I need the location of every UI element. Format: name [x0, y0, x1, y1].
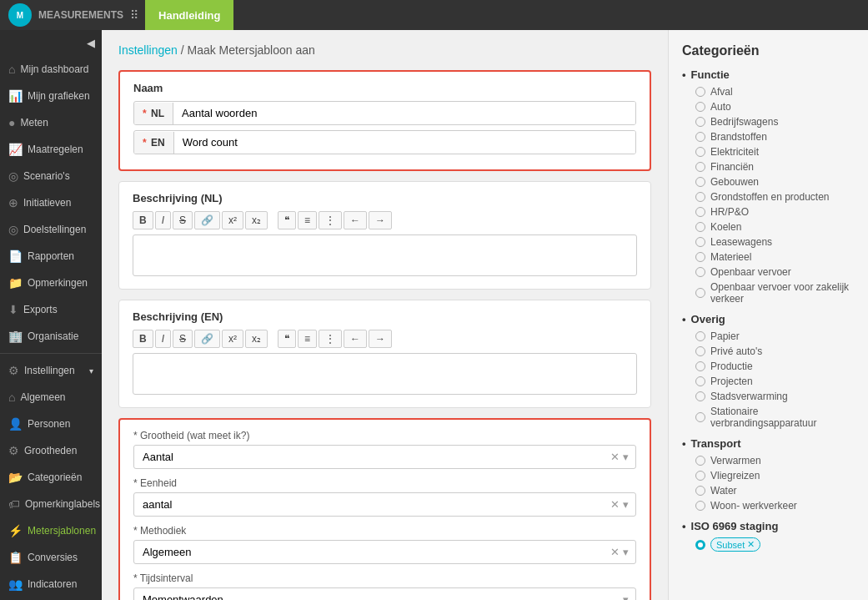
cat-item-productie[interactable]: Productie	[682, 359, 855, 374]
sidebar-item-exports[interactable]: ⬇ Exports	[0, 296, 102, 323]
radio-grondstoffen	[695, 192, 705, 202]
sidebar-item-meten[interactable]: ● Meten	[0, 109, 102, 136]
sidebar-item-label: Rapporten	[28, 250, 74, 262]
cat-item-koelen[interactable]: Koelen	[682, 219, 855, 234]
ordered-list-en-button[interactable]: ≡	[298, 330, 317, 348]
sidebar-item-categorieen[interactable]: 📂 Categorieën	[0, 464, 102, 491]
desc-en-textarea[interactable]	[133, 353, 637, 395]
cat-item-projecten[interactable]: Projecten	[682, 374, 855, 389]
sidebar-item-metersjablonen[interactable]: ⚡ Metersjablonen	[0, 517, 102, 544]
cat-item-leasewagens[interactable]: Leasewagens	[682, 234, 855, 250]
sidebar-item-rapporten[interactable]: 📄 Rapporten	[0, 243, 102, 270]
radio-projecten	[695, 376, 705, 386]
sidebar-item-grootheden[interactable]: ⚙ Grootheden	[0, 437, 102, 464]
strikethrough-button[interactable]: S	[173, 211, 193, 229]
cat-item-vliegreizen[interactable]: Vliegreizen	[682, 468, 855, 483]
grootheid-arrow-icon[interactable]: ▾	[623, 451, 629, 463]
sidebar-item-doelstellingen[interactable]: ◎ Doelstellingen	[0, 216, 102, 243]
sidebar-item-mijn-grafieken[interactable]: 📊 Mijn grafieken	[0, 83, 102, 109]
unordered-list-en-button[interactable]: ⋮	[319, 330, 342, 348]
italic-en-button[interactable]: I	[155, 330, 171, 348]
cat-item-papier[interactable]: Papier	[682, 329, 855, 344]
eenheid-actions: ✕ ▾	[604, 498, 635, 511]
ordered-list-button[interactable]: ≡	[298, 211, 317, 229]
sidebar-item-mijn-dashboard[interactable]: ⌂ Mijn dashboard	[0, 56, 102, 83]
topbar: M MEASUREMENTS ⠿ Handleiding	[0, 0, 868, 30]
cat-item-auto[interactable]: Auto	[682, 99, 855, 114]
cat-item-stationaire[interactable]: Stationaire verbrandingsapparatuur	[682, 404, 855, 431]
eenheid-row: * Eenheid aantal ✕ ▾	[133, 477, 636, 517]
indent-button[interactable]: →	[369, 211, 392, 229]
en-name-input[interactable]	[174, 131, 635, 154]
sidebar-item-algemeen[interactable]: ⌂ Algemeen	[0, 384, 102, 411]
tijdsinterval-select[interactable]: Momentwaarden ▾	[133, 587, 636, 600]
sidebar-item-label: Initiatieven	[23, 197, 71, 209]
outdent-button[interactable]: ←	[344, 211, 367, 229]
sidebar-item-opmerkingen[interactable]: 📁 Opmerkingen	[0, 270, 102, 296]
blockquote-button[interactable]: ❝	[278, 211, 296, 229]
methodiek-value: Algemeen	[134, 541, 604, 563]
sidebar-item-opmerkinglabels[interactable]: 🏷 Opmerkinglabels	[0, 491, 102, 517]
nl-badge: * NL	[134, 103, 173, 124]
cat-item-openbaar-vervoer[interactable]: Openbaar vervoer	[682, 265, 855, 280]
cat-item-stadsverwarming[interactable]: Stadsverwarming	[682, 389, 855, 404]
cat-item-verwarmen[interactable]: Verwarmen	[682, 453, 855, 468]
cat-item-hrpo[interactable]: HR/P&O	[682, 204, 855, 219]
sidebar-item-label: Conversies	[28, 552, 78, 563]
methodiek-arrow-icon[interactable]: ▾	[623, 546, 629, 558]
cat-item-financien[interactable]: Financiën	[682, 159, 855, 174]
subscript-en-button[interactable]: x₂	[245, 330, 268, 348]
bold-en-button[interactable]: B	[133, 330, 153, 348]
sidebar-item-initiatieven[interactable]: ⊕ Initiatieven	[0, 189, 102, 216]
cat-item-water[interactable]: Water	[682, 483, 855, 498]
outdent-en-button[interactable]: ←	[344, 330, 367, 348]
subset-remove-icon[interactable]: ✕	[747, 539, 755, 550]
sidebar-item-personen[interactable]: 👤 Personen	[0, 411, 102, 437]
eenheid-clear-icon[interactable]: ✕	[610, 498, 620, 511]
blockquote-en-button[interactable]: ❝	[278, 330, 296, 348]
collapse-icon: ◀	[87, 37, 95, 49]
convert-icon: 📋	[8, 551, 23, 564]
desc-nl-textarea[interactable]	[133, 234, 637, 276]
breadcrumb-link[interactable]: Instellingen	[118, 43, 178, 57]
cat-item-subset[interactable]: Subset ✕	[682, 536, 855, 553]
eenheid-arrow-icon[interactable]: ▾	[623, 498, 629, 511]
grootheid-clear-icon[interactable]: ✕	[610, 451, 620, 463]
cat-item-prive-autos[interactable]: Privé auto's	[682, 344, 855, 359]
italic-button[interactable]: I	[155, 211, 171, 229]
cat-item-elektriciteit[interactable]: Elektriciteit	[682, 144, 855, 159]
sidebar-item-label: Mijn dashboard	[20, 63, 88, 75]
sidebar-item-organisatie[interactable]: 🏢 Organisatie	[0, 323, 102, 350]
sidebar-item-indicatoren[interactable]: 👥 Indicatoren	[0, 571, 102, 597]
superscript-en-button[interactable]: x²	[222, 330, 243, 348]
unordered-list-button[interactable]: ⋮	[319, 211, 342, 229]
cat-item-afval[interactable]: Afval	[682, 84, 855, 99]
cat-item-brandstoffen[interactable]: Brandstoffen	[682, 129, 855, 144]
cat-item-woon-werk[interactable]: Woon- werkverkeer	[682, 498, 855, 513]
eenheid-select[interactable]: aantal ✕ ▾	[133, 492, 636, 517]
cat-item-openbaar-vervoer-zakelijk[interactable]: Openbaar vervoer voor zakelijk verkeer	[682, 280, 855, 306]
link-en-button[interactable]: 🔗	[194, 330, 220, 348]
bold-button[interactable]: B	[133, 211, 153, 229]
methodiek-clear-icon[interactable]: ✕	[610, 546, 620, 558]
indent-en-button[interactable]: →	[369, 330, 392, 348]
radio-elektriciteit	[695, 147, 705, 157]
sidebar-item-conversies[interactable]: 📋 Conversies	[0, 544, 102, 571]
sidebar-item-scenarios[interactable]: ◎ Scenario's	[0, 163, 102, 189]
tijdsinterval-arrow-icon[interactable]: ▾	[623, 593, 629, 600]
cat-item-materieel[interactable]: Materieel	[682, 250, 855, 265]
active-tab[interactable]: Handleiding	[145, 0, 233, 30]
sidebar-collapse-btn[interactable]: ◀	[0, 30, 102, 56]
grootheid-select[interactable]: Aantal ✕ ▾	[133, 445, 636, 469]
sidebar-item-instellingen[interactable]: ⚙ Instellingen ▾	[0, 357, 102, 384]
strikethrough-en-button[interactable]: S	[173, 330, 193, 348]
cat-item-bedrijfswagens[interactable]: Bedrijfswagens	[682, 114, 855, 129]
link-button[interactable]: 🔗	[194, 211, 220, 229]
superscript-button[interactable]: x²	[222, 211, 243, 229]
sidebar-item-maatregelen[interactable]: 📈 Maatregelen	[0, 136, 102, 163]
nl-name-input[interactable]	[173, 102, 635, 124]
cat-item-gebouwen[interactable]: Gebouwen	[682, 174, 855, 189]
subscript-button[interactable]: x₂	[245, 211, 268, 229]
cat-item-grondstoffen[interactable]: Grondstoffen en producten	[682, 189, 855, 204]
methodiek-select[interactable]: Algemeen ✕ ▾	[133, 540, 636, 564]
